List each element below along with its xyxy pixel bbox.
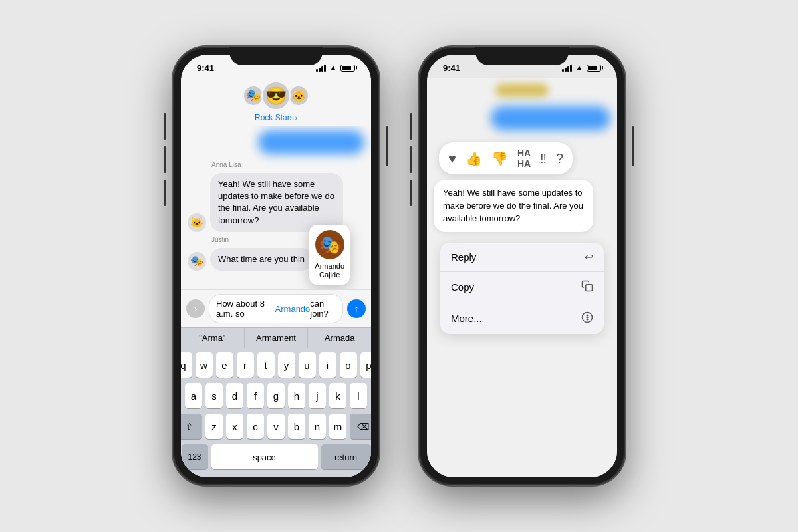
key-o[interactable]: o bbox=[340, 352, 357, 378]
key-r[interactable]: r bbox=[237, 352, 254, 378]
bubble-anna: Yeah! We still have some updates to make… bbox=[210, 173, 343, 232]
status-time-2: 9:41 bbox=[443, 63, 460, 73]
power-button[interactable] bbox=[386, 126, 388, 166]
keyboard-row-3: ⇧ z x c v b n m ⌫ bbox=[183, 414, 369, 439]
context-bubble: Yeah! We still have some updates to make… bbox=[434, 180, 593, 232]
input-text-after: can join? bbox=[310, 299, 336, 319]
key-z[interactable]: z bbox=[205, 414, 223, 439]
key-shift[interactable]: ⇧ bbox=[181, 414, 202, 439]
message-input[interactable]: How about 8 a.m. so Armando can join? bbox=[209, 294, 343, 323]
phone-1-content: 🎭 😎 🐱 Rock Stars › Anna Lisa 🐱 bbox=[181, 78, 371, 477]
autocomplete-bar: "Arma" Armament Armada bbox=[181, 327, 371, 348]
blurred-outgoing-bubble-2 bbox=[491, 106, 610, 130]
group-name[interactable]: Rock Stars › bbox=[255, 113, 297, 122]
keyboard-row-1: q w e r t y u i o p bbox=[183, 352, 369, 378]
volume-down-button-2[interactable] bbox=[410, 146, 412, 173]
volume-up-button-2[interactable] bbox=[410, 113, 412, 140]
reaction-question[interactable]: ? bbox=[556, 151, 563, 166]
phone2-messages: ♥ 👍 👎 HAHA ‼ ? Yeah! We still have some … bbox=[427, 78, 617, 477]
autocomplete-item-1[interactable]: Armament bbox=[245, 328, 309, 348]
key-v[interactable]: v bbox=[267, 414, 285, 439]
status-bar-1: 9:41 ▲ bbox=[181, 55, 371, 78]
power-button-2[interactable] bbox=[632, 126, 634, 166]
autocomplete-popup[interactable]: 🎭 Armando Cajide bbox=[309, 225, 350, 285]
input-bar: › How about 8 a.m. so Armando can join? … bbox=[181, 289, 371, 327]
key-a[interactable]: a bbox=[185, 383, 202, 408]
avatar-3: 🐱 bbox=[288, 85, 309, 106]
key-return[interactable]: return bbox=[321, 444, 371, 469]
status-bar-2: 9:41 ▲ bbox=[427, 55, 617, 78]
key-f[interactable]: f bbox=[247, 383, 264, 408]
volume-up-button[interactable] bbox=[164, 113, 166, 140]
send-button[interactable]: ↑ bbox=[347, 299, 366, 318]
key-g[interactable]: g bbox=[267, 383, 285, 408]
copy-icon bbox=[581, 280, 593, 295]
key-b[interactable]: b bbox=[288, 414, 305, 439]
reaction-haha[interactable]: HAHA bbox=[517, 148, 531, 169]
avatar-center: 😎 bbox=[261, 81, 291, 110]
group-name-text: Rock Stars bbox=[255, 113, 294, 122]
expand-button[interactable]: › bbox=[186, 299, 205, 318]
mute-button[interactable] bbox=[164, 180, 166, 206]
blurred-contact-name bbox=[495, 84, 549, 97]
key-d[interactable]: d bbox=[226, 383, 243, 408]
key-m[interactable]: m bbox=[329, 414, 346, 439]
key-l[interactable]: l bbox=[350, 383, 367, 408]
phone-2-content: ♥ 👍 👎 HAHA ‼ ? Yeah! We still have some … bbox=[427, 78, 617, 477]
key-i[interactable]: i bbox=[319, 352, 336, 378]
wifi-icon: ▲ bbox=[329, 63, 337, 72]
context-menu-reply[interactable]: Reply ↩ bbox=[440, 243, 604, 272]
context-menu-copy-label: Copy bbox=[451, 281, 474, 293]
status-icons-1: ▲ bbox=[316, 63, 355, 72]
keyboard: q w e r t y u i o p a s d f g h bbox=[181, 348, 371, 477]
avatar-group: 🎭 😎 🐱 bbox=[243, 81, 309, 110]
key-y[interactable]: y bbox=[278, 352, 295, 378]
phone-2: 9:41 ▲ bbox=[419, 47, 625, 485]
autocomplete-item-0[interactable]: "Arma" bbox=[181, 328, 245, 348]
context-menu-more[interactable]: More... bbox=[440, 303, 604, 334]
key-123[interactable]: 123 bbox=[182, 444, 208, 469]
sender-label-anna: Anna Lisa bbox=[211, 161, 364, 168]
key-u[interactable]: u bbox=[299, 352, 316, 378]
key-j[interactable]: j bbox=[309, 383, 326, 408]
key-k[interactable]: k bbox=[329, 383, 346, 408]
reaction-thumbsup[interactable]: 👍 bbox=[466, 150, 482, 166]
popup-name: Armando Cajide bbox=[315, 262, 344, 279]
blurred-outgoing-bubble bbox=[258, 130, 364, 154]
context-menu-copy[interactable]: Copy bbox=[440, 272, 604, 303]
key-e[interactable]: e bbox=[216, 352, 233, 378]
key-t[interactable]: t bbox=[257, 352, 275, 378]
key-w[interactable]: w bbox=[196, 352, 213, 378]
key-h[interactable]: h bbox=[288, 383, 305, 408]
reaction-bar: ♥ 👍 👎 HAHA ‼ ? bbox=[439, 142, 573, 174]
avatar-justin: 🎭 bbox=[188, 252, 206, 271]
reaction-thumbsdown[interactable]: 👎 bbox=[491, 150, 508, 166]
phone-2-screen: 9:41 ▲ bbox=[427, 55, 617, 477]
key-n[interactable]: n bbox=[309, 414, 326, 439]
volume-down-button[interactable] bbox=[164, 146, 166, 173]
mute-button-2[interactable] bbox=[410, 180, 412, 206]
phone-1: 9:41 ▲ 🎭 😎 🐱 Rock Stars bbox=[173, 47, 379, 485]
chevron-right-icon: › bbox=[295, 114, 297, 122]
status-time-1: 9:41 bbox=[197, 63, 214, 73]
chat-header: 🎭 😎 🐱 Rock Stars › bbox=[181, 78, 371, 126]
signal-icon bbox=[316, 64, 326, 72]
key-q[interactable]: q bbox=[181, 352, 192, 378]
reaction-heart[interactable]: ♥ bbox=[448, 151, 456, 166]
bubble-justin: What time are you thin bbox=[210, 248, 313, 271]
autocomplete-item-2[interactable]: Armada bbox=[308, 328, 371, 348]
svg-point-4 bbox=[587, 319, 588, 320]
battery-icon bbox=[340, 65, 355, 72]
key-delete[interactable]: ⌫ bbox=[350, 414, 371, 439]
key-space[interactable]: space bbox=[211, 444, 318, 469]
battery-icon-2 bbox=[587, 65, 601, 72]
key-p[interactable]: p bbox=[360, 352, 372, 378]
key-c[interactable]: c bbox=[247, 414, 264, 439]
phone-1-screen: 9:41 ▲ 🎭 😎 🐱 Rock Stars bbox=[181, 55, 371, 477]
reaction-exclaim[interactable]: ‼ bbox=[540, 151, 547, 166]
key-s[interactable]: s bbox=[205, 383, 223, 408]
svg-point-2 bbox=[587, 315, 588, 316]
key-x[interactable]: x bbox=[226, 414, 243, 439]
avatar-anna: 🐱 bbox=[188, 213, 206, 232]
context-menu: Reply ↩ Copy More... bbox=[440, 243, 604, 334]
